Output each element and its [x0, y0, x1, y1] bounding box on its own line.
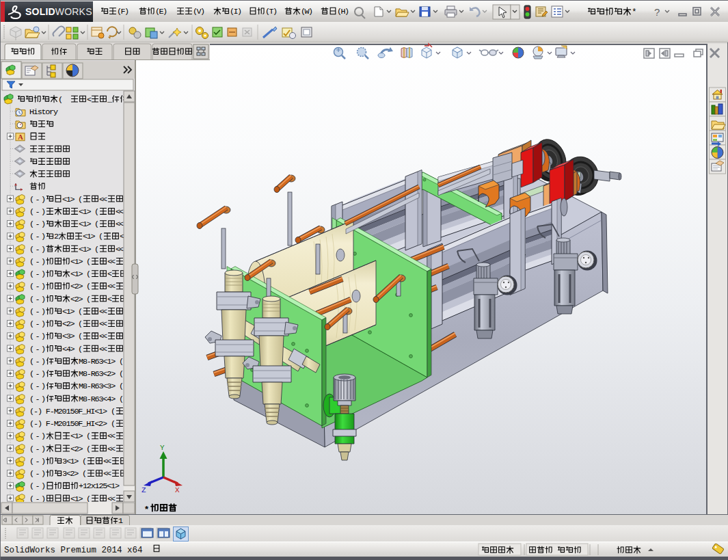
svg-text:(-): (-) — [29, 481, 46, 491]
svg-text:*: * — [632, 7, 637, 17]
svg-text:<<: << — [99, 319, 107, 329]
svg-text:<2> (: <2> ( — [70, 282, 91, 291]
svg-text:(-): (-) — [29, 444, 46, 454]
svg-text:(-): (-) — [29, 332, 46, 341]
svg-text:(-): (-) — [29, 369, 46, 379]
svg-text:<<: << — [103, 469, 111, 479]
svg-text:(-): (-) — [29, 395, 46, 404]
svg-text:(E): (E) — [155, 7, 167, 16]
svg-text:(-): (-) — [29, 232, 46, 241]
svg-text:<2> (: <2> ( — [70, 295, 91, 304]
svg-text:(-): (-) — [29, 307, 46, 317]
svg-text:(-): (-) — [29, 357, 46, 366]
svg-text:(-): (-) — [29, 382, 46, 391]
svg-text:(-): (-) — [29, 457, 46, 466]
svg-text:(-): (-) — [29, 245, 46, 254]
svg-text:(-): (-) — [29, 195, 46, 204]
svg-text:<1> (: <1> ( — [83, 232, 103, 241]
svg-text:<2> (: <2> ( — [70, 444, 91, 454]
svg-text:1: 1 — [118, 516, 123, 526]
svg-text:<1> (: <1> ( — [70, 431, 91, 441]
svg-text:SOLIDWORKS: SOLIDWORKS — [25, 6, 92, 17]
svg-text:(-): (-) — [29, 219, 46, 229]
svg-text:(-): (-) — [29, 269, 46, 279]
svg-text:<<: << — [99, 307, 107, 317]
svg-text:<1> (: <1> ( — [70, 269, 91, 279]
svg-text:A: A — [18, 133, 23, 141]
svg-text:<1> (: <1> ( — [70, 257, 91, 267]
svg-text:M8-R63<4> (: M8-R63<4> ( — [79, 395, 124, 404]
svg-text:<<: << — [116, 245, 124, 254]
svg-text:3<1> (: 3<1> ( — [62, 457, 87, 466]
svg-text:Y: Y — [160, 444, 165, 452]
svg-text:History: History — [29, 107, 58, 117]
svg-text:<1> (: <1> ( — [62, 307, 83, 317]
svg-text:M8-R63<1> (: M8-R63<1> ( — [79, 357, 124, 366]
svg-text:<<: << — [107, 257, 116, 267]
svg-text:(-): (-) — [29, 295, 46, 304]
svg-text:2: 2 — [54, 232, 59, 241]
svg-text:(F): (F) — [117, 7, 129, 16]
svg-text:_: _ — [107, 95, 113, 105]
svg-text:(-): (-) — [29, 257, 46, 267]
svg-text:(H): (H) — [337, 7, 349, 16]
svg-text:(V): (V) — [193, 7, 205, 16]
svg-text:<<: << — [107, 431, 116, 441]
svg-text:<<: << — [107, 282, 116, 291]
svg-text:(: ( — [58, 95, 63, 105]
svg-text:<: < — [107, 295, 112, 304]
svg-text:<: < — [107, 269, 112, 279]
svg-text:<<: << — [107, 444, 116, 454]
svg-text:(-): (-) — [29, 207, 46, 217]
svg-text:3<2> (: 3<2> ( — [62, 469, 87, 479]
svg-text:<<: << — [99, 195, 107, 204]
svg-text:<4> (: <4> ( — [62, 345, 83, 354]
svg-text:<3> (: <3> ( — [62, 332, 83, 341]
svg-text:M8-R63<2> (: M8-R63<2> ( — [79, 369, 124, 379]
svg-text:<: < — [87, 95, 92, 105]
svg-text:X: X — [175, 486, 180, 494]
svg-text:<1> (: <1> ( — [79, 219, 99, 229]
svg-text:<1> (: <1> ( — [62, 195, 83, 204]
svg-text:?: ? — [654, 6, 660, 18]
svg-text:<1> (: <1> ( — [79, 207, 99, 217]
svg-text:<<: << — [116, 219, 124, 229]
svg-text:(-): (-) — [29, 469, 46, 479]
svg-text:<1> (: <1> ( — [79, 245, 99, 254]
svg-text:<<: << — [116, 207, 124, 217]
svg-text:(-): (-) — [29, 345, 46, 354]
svg-text:Z: Z — [141, 486, 146, 494]
svg-text:(I): (I) — [230, 7, 242, 16]
svg-text:+12x125<1>: +12x125<1> — [79, 481, 120, 491]
svg-text:<<: << — [99, 332, 107, 341]
svg-text:(W): (W) — [301, 7, 313, 16]
svg-text:(-) F-M20150F_HI<1> (: (-) F-M20150F_HI<1> ( — [29, 407, 116, 416]
svg-text:(-): (-) — [29, 431, 46, 441]
svg-text:<<: << — [99, 345, 107, 354]
svg-text:(-) F-M20150F_HI<2> (: (-) F-M20150F_HI<2> ( — [29, 419, 116, 429]
svg-text:<2> (: <2> ( — [62, 319, 83, 329]
svg-text:SolidWorks Premium 2014 x64: SolidWorks Premium 2014 x64 — [4, 546, 143, 555]
svg-text:(T): (T) — [265, 7, 278, 16]
svg-text:(-): (-) — [29, 319, 46, 329]
svg-text:(-): (-) — [29, 282, 46, 291]
svg-text:M8-R63<3> (: M8-R63<3> ( — [79, 382, 124, 391]
svg-text:*: * — [145, 504, 149, 514]
svg-text:<<: << — [103, 457, 111, 466]
